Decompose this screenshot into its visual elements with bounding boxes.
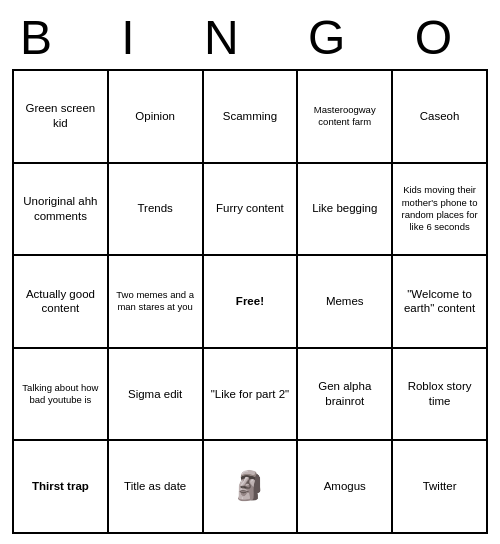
cell-r4-c3: Amogus (297, 440, 392, 533)
cell-r1-c2: Furry content (203, 163, 298, 256)
cell-r4-c0: Thirst trap (13, 440, 108, 533)
cell-r4-c1: Title as date (108, 440, 203, 533)
moai-icon: 🗿 (232, 470, 267, 501)
cell-r2-c3: Memes (297, 255, 392, 348)
cell-r1-c0: Unoriginal ahh comments (13, 163, 108, 256)
cell-r0-c0: Green screen kid (13, 70, 108, 163)
cell-r0-c2: Scamming (203, 70, 298, 163)
bingo-title: B I N G O (20, 10, 480, 65)
cell-r2-c1: Two memes and a man stares at you (108, 255, 203, 348)
cell-r0-c4: Caseoh (392, 70, 487, 163)
cell-r0-c3: Masteroogway content farm (297, 70, 392, 163)
cell-r3-c2: "Like for part 2" (203, 348, 298, 441)
cell-r4-c4: Twitter (392, 440, 487, 533)
cell-r2-c2: Free! (203, 255, 298, 348)
cell-r0-c1: Opinion (108, 70, 203, 163)
cell-r1-c1: Trends (108, 163, 203, 256)
cell-r1-c4: Kids moving their mother's phone to rand… (392, 163, 487, 256)
cell-r2-c4: "Welcome to earth" content (392, 255, 487, 348)
cell-r3-c4: Roblox story time (392, 348, 487, 441)
cell-r1-c3: Like begging (297, 163, 392, 256)
cell-r4-c2: 🗿 (203, 440, 298, 533)
bingo-grid: Green screen kidOpinionScammingMasteroog… (12, 69, 488, 534)
cell-r3-c0: Talking about how bad youtube is (13, 348, 108, 441)
cell-r3-c1: Sigma edit (108, 348, 203, 441)
cell-r3-c3: Gen alpha brainrot (297, 348, 392, 441)
cell-r2-c0: Actually good content (13, 255, 108, 348)
